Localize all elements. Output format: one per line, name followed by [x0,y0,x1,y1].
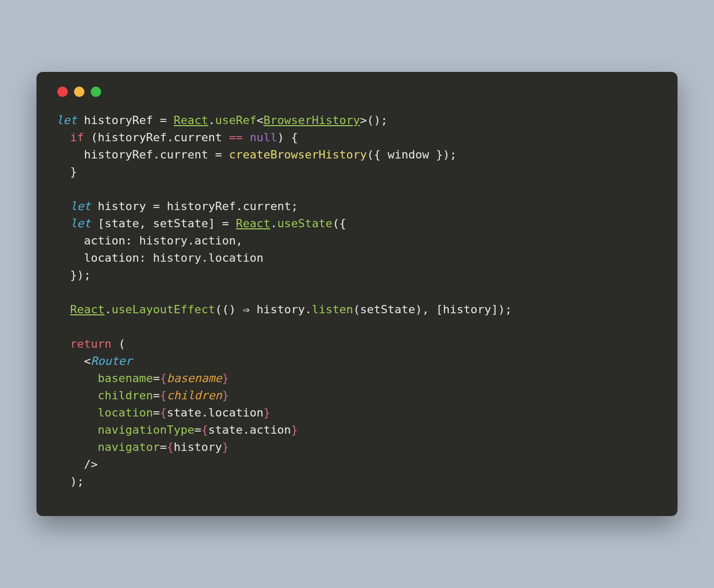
fn-createbrowserhistory: createBrowserHistory [229,148,367,161]
cond-open: (historyRef.current [91,131,222,144]
prop-val: history.location [153,251,263,264]
attr-navigationtype: navigationType [97,423,194,436]
operator-eq: = [222,217,229,230]
brace-open: { [201,423,208,436]
destructure: [state, setState] [98,217,215,230]
rhs: historyRef.current; [167,200,298,213]
eq: = [153,372,159,385]
val-location: state.location [167,406,263,419]
operator-eq: = [160,114,167,127]
paren-close: ); [70,475,84,488]
keyword-null: null [250,131,277,144]
angle-close: >(); [360,114,388,127]
fn-useref: useRef [215,114,256,127]
code-editor-window: let historyRef = React.useRef<BrowserHis… [36,72,678,516]
val-action: state.action [208,423,291,436]
code-block: let historyRef = React.useRef<BrowserHis… [56,112,658,490]
react-ref: React [236,217,270,230]
jsx-open: < [84,354,91,368]
prop-val: history.action, [139,234,243,247]
identifier: historyRef [84,114,153,127]
eq: = [194,423,201,436]
keyword-let: let [70,217,91,230]
operator-eq: = [153,200,159,213]
open: (() [215,303,236,316]
eq: = [160,440,167,454]
brace-close: } [222,389,229,402]
brace-close: } [70,165,77,178]
dot: . [208,114,215,127]
arrow: ⇒ [243,303,250,316]
brace-open: { [160,372,167,385]
fn-listen: listen [312,303,353,316]
attr-children: children [97,389,153,402]
val-history: history [174,440,222,454]
attr-basename: basename [97,372,153,385]
open: ({ [333,217,347,230]
keyword-let: let [56,114,77,127]
eq: = [153,406,159,419]
assign-lhs: historyRef.current [84,148,208,161]
val-children: children [167,389,222,402]
angle-open: < [256,114,263,127]
brace-close: } [222,440,229,454]
operator-eqeq: == [229,131,243,144]
eq: = [153,389,159,402]
dot: . [105,303,112,316]
operator-eq: = [215,148,222,161]
fn-uselayouteffect: useLayoutEffect [112,303,215,316]
paren-open: ( [118,337,125,350]
zoom-icon[interactable] [91,87,101,97]
keyword-if: if [70,131,84,144]
attr-location: location [97,406,153,419]
keyword-let: let [70,200,91,213]
brace-open: { [160,406,167,419]
minimize-icon[interactable] [74,87,84,97]
prop-location: location: [84,251,146,264]
type-browserhistory: BrowserHistory [263,114,360,127]
attr-navigator: navigator [97,440,159,454]
prop-action: action: [84,234,132,247]
react-ref: React [174,114,208,127]
dot: . [270,217,277,230]
call-args: ({ window }); [367,148,457,161]
close-icon[interactable] [57,87,68,97]
jsx-selfclose: /> [84,458,98,471]
val-basename: basename [167,372,222,385]
brace-close: } [222,372,229,385]
keyword-return: return [70,337,112,350]
close: }); [70,268,91,281]
jsx-router-tag: Router [91,354,132,368]
brace-close: } [263,406,270,419]
cond-close: ) { [277,131,298,144]
brace-open: { [160,389,167,402]
brace-close: } [291,423,298,436]
react-ref: React [70,303,105,316]
traffic-lights [56,87,658,97]
rhs: history. [256,303,312,316]
rhs2: (setState), [history]); [353,303,512,316]
brace-open: { [167,440,174,454]
fn-usestate: useState [277,217,333,230]
identifier: history [98,200,146,213]
